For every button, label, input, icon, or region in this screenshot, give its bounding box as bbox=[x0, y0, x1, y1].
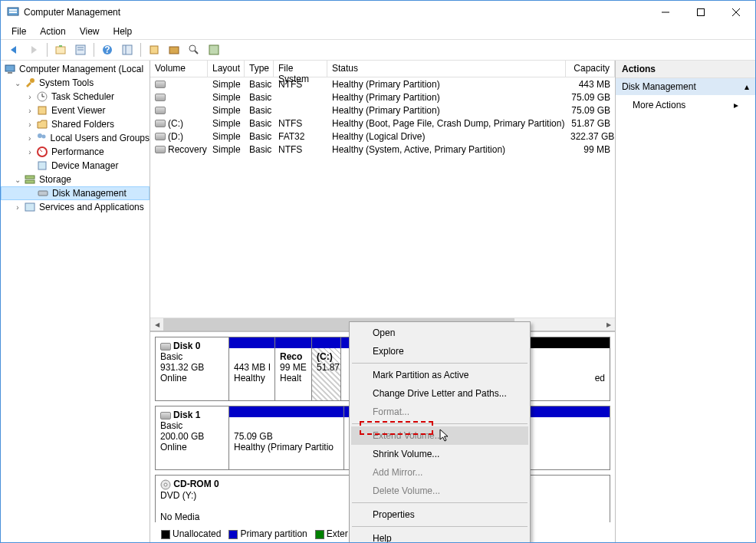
part-size: 75.09 GB bbox=[234, 431, 273, 442]
close-button[interactable] bbox=[718, 1, 754, 24]
cdrom-icon bbox=[160, 479, 171, 490]
actions-sub-label: Disk Management bbox=[622, 81, 696, 92]
collapse-icon[interactable]: ⌄ bbox=[13, 176, 22, 184]
expand-icon[interactable]: › bbox=[25, 134, 34, 143]
volume-icon bbox=[155, 133, 166, 140]
cell: 75.09 GB bbox=[566, 92, 615, 103]
tree-disk-management[interactable]: Disk Management bbox=[1, 186, 150, 200]
tree-event-viewer[interactable]: ›Event Viewer bbox=[1, 104, 150, 117]
ctx-shrink-volume[interactable]: Shrink Volume... bbox=[351, 445, 528, 463]
cell: Healthy (System, Active, Primary Partiti… bbox=[327, 144, 566, 155]
volume-row[interactable]: SimpleBasicHealthy (Primary Partition)75… bbox=[150, 104, 615, 117]
tree-services[interactable]: ›Services and Applications bbox=[1, 200, 150, 214]
cell: 322.37 GB bbox=[566, 131, 615, 142]
disk-state: Online bbox=[160, 442, 187, 452]
storage-icon bbox=[24, 173, 36, 186]
actions-more[interactable]: More Actions ▸ bbox=[616, 95, 755, 115]
properties-button[interactable] bbox=[72, 41, 89, 58]
volume-row[interactable]: SimpleBasicHealthy (Primary Partition)75… bbox=[150, 90, 615, 104]
cell: Healthy (Logical Drive) bbox=[327, 131, 566, 142]
tree-label: Local Users and Groups bbox=[49, 133, 150, 143]
part-size: 99 ME bbox=[280, 362, 307, 373]
volume-icon bbox=[155, 107, 166, 114]
expand-icon[interactable]: › bbox=[13, 203, 22, 212]
minimize-button[interactable] bbox=[648, 1, 683, 24]
menu-file[interactable]: File bbox=[5, 25, 32, 38]
menu-help[interactable]: Help bbox=[107, 25, 139, 38]
expand-icon[interactable]: › bbox=[25, 148, 35, 156]
device-icon bbox=[36, 160, 48, 172]
column-header-filesystem[interactable]: File System bbox=[274, 61, 327, 77]
tree-performance[interactable]: ›Performance bbox=[1, 145, 150, 159]
tool-icon[interactable] bbox=[166, 41, 182, 58]
svg-rect-34 bbox=[38, 191, 48, 196]
column-header-type[interactable]: Type bbox=[245, 61, 274, 77]
actions-subheader[interactable]: Disk Management ▴ bbox=[616, 78, 755, 95]
context-menu: Open Explore Mark Partition as Active Ch… bbox=[349, 321, 531, 543]
collapse-icon[interactable]: ⌄ bbox=[13, 79, 22, 87]
ctx-mark-active[interactable]: Mark Partition as Active bbox=[351, 366, 528, 384]
actions-more-label: More Actions bbox=[633, 100, 685, 110]
up-button[interactable] bbox=[52, 41, 69, 58]
computer-icon bbox=[4, 63, 16, 75]
tool-icon[interactable] bbox=[186, 41, 202, 58]
ctx-help[interactable]: Help bbox=[351, 529, 528, 543]
column-header-volume[interactable]: Volume bbox=[150, 61, 208, 77]
refresh-button[interactable] bbox=[119, 41, 136, 58]
tree-device-manager[interactable]: Device Manager bbox=[1, 159, 150, 173]
cell: Simple bbox=[208, 144, 245, 155]
menu-view[interactable]: View bbox=[74, 25, 106, 38]
cell: NTFS bbox=[274, 79, 327, 90]
maximize-button[interactable] bbox=[683, 1, 718, 24]
partition[interactable]: Reco99 MEHealt bbox=[275, 337, 312, 400]
tree-shared-folders[interactable]: ›Shared Folders bbox=[1, 117, 150, 131]
partition-c[interactable]: (C:)51.87 bbox=[312, 337, 341, 400]
partition[interactable]: 443 MB IHealthy bbox=[229, 337, 275, 400]
disk-info[interactable]: Disk 0 Basic 931.32 GB Online bbox=[156, 337, 229, 400]
menu-action[interactable]: Action bbox=[34, 25, 71, 38]
help-button[interactable]: ? bbox=[99, 41, 116, 58]
svg-rect-32 bbox=[25, 176, 35, 179]
tool-icon[interactable] bbox=[146, 41, 163, 58]
legend-primary: Primary partition bbox=[228, 528, 307, 539]
ctx-open[interactable]: Open bbox=[351, 324, 528, 342]
disk-icon bbox=[37, 187, 49, 199]
partition[interactable]: 75.09 GBHealthy (Primary Partitio bbox=[229, 406, 344, 469]
ctx-explore[interactable]: Explore bbox=[351, 342, 528, 360]
expand-icon[interactable]: › bbox=[25, 107, 35, 115]
volume-row[interactable]: SimpleBasicNTFSHealthy (Primary Partitio… bbox=[150, 77, 615, 90]
scroll-left-button[interactable]: ◀ bbox=[150, 318, 163, 331]
tree-label: Storage bbox=[38, 174, 71, 185]
svg-text:?: ? bbox=[104, 44, 110, 55]
svg-point-37 bbox=[164, 483, 167, 486]
column-header-layout[interactable]: Layout bbox=[208, 61, 245, 77]
column-header-capacity[interactable]: Capacity bbox=[566, 61, 615, 77]
tool-icon[interactable] bbox=[205, 41, 222, 58]
back-button[interactable] bbox=[5, 41, 22, 58]
disk-info[interactable]: Disk 1 Basic 200.00 GB Online bbox=[156, 406, 229, 469]
ctx-change-letter[interactable]: Change Drive Letter and Paths... bbox=[351, 384, 528, 403]
column-header-status[interactable]: Status bbox=[327, 61, 566, 77]
tree-system-tools[interactable]: ⌄ System Tools bbox=[1, 76, 150, 90]
disk-info[interactable]: CD-ROM 0 DVD (Y:) No Media bbox=[156, 476, 229, 522]
tree-storage[interactable]: ⌄Storage bbox=[1, 173, 150, 186]
forward-button[interactable] bbox=[25, 41, 42, 58]
disk-state: No Media bbox=[160, 512, 199, 522]
tree-task-scheduler[interactable]: ›Task Scheduler bbox=[1, 90, 150, 104]
clock-icon bbox=[36, 90, 48, 103]
scroll-right-button[interactable]: ▶ bbox=[602, 318, 615, 331]
svg-point-27 bbox=[38, 133, 42, 138]
expand-icon[interactable]: › bbox=[25, 120, 35, 129]
tree-label: Device Manager bbox=[50, 160, 118, 171]
volume-icon bbox=[155, 81, 166, 88]
volume-icon bbox=[155, 120, 166, 127]
volume-row[interactable]: (C:)SimpleBasicNTFSHealthy (Boot, Page F… bbox=[150, 117, 615, 130]
volume-row[interactable]: (D:)SimpleBasicFAT32Healthy (Logical Dri… bbox=[150, 130, 615, 143]
tree-label: Task Scheduler bbox=[50, 91, 114, 102]
tree-root[interactable]: Computer Management (Local bbox=[1, 62, 150, 76]
tree-local-users[interactable]: ›Local Users and Groups bbox=[1, 131, 150, 145]
expand-icon[interactable]: › bbox=[25, 93, 35, 101]
ctx-properties[interactable]: Properties bbox=[351, 505, 528, 524]
disk-state: Online bbox=[160, 373, 187, 383]
volume-row[interactable]: RecoverySimpleBasicNTFSHealthy (System, … bbox=[150, 143, 615, 156]
